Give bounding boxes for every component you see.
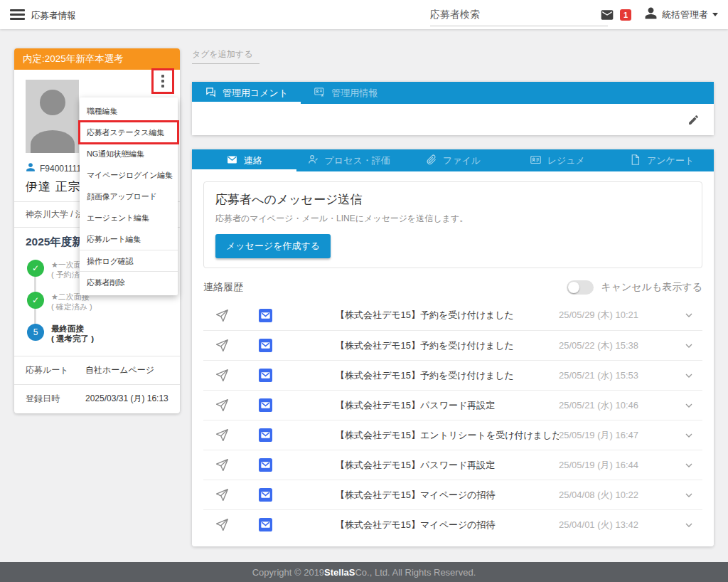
expand-chevron-icon[interactable] (678, 400, 700, 411)
menu-item-ng-notice-edit[interactable]: NG通知状態編集 (80, 143, 178, 164)
tab-admin-comment[interactable]: 管理用コメント (192, 82, 301, 104)
message-subject: 【株式会社デモ15】マイページの招待 (336, 489, 559, 502)
expand-chevron-icon[interactable] (678, 309, 700, 321)
history-row[interactable]: 【株式会社デモ15】マイページの招待 25/04/01 (火) 13:42 (203, 509, 702, 539)
send-message-title: 応募者へのメッセージ送信 (215, 191, 690, 208)
history-row[interactable]: 【株式会社デモ15】パスワード再設定 25/05/21 (水) 10:46 (203, 390, 702, 420)
tab-survey[interactable]: アンケート (609, 149, 714, 171)
copyright-text: Copyright © 2019 (252, 567, 324, 578)
paperclip-icon (425, 154, 437, 168)
check-icon: ✓ (27, 260, 44, 277)
mail-blue-icon (259, 309, 273, 322)
copyright-text: Co., Ltd. All Rights Reserved. (355, 567, 476, 578)
applicant-id: F94001111 (40, 164, 81, 174)
send-icon (215, 487, 230, 502)
history-row[interactable]: 【株式会社デモ15】予約を受け付けました 25/05/21 (水) 15:53 (203, 360, 702, 390)
divider (14, 384, 180, 385)
menu-item-route-edit[interactable]: 応募ルート編集 (80, 228, 178, 250)
search-input[interactable] (430, 6, 608, 26)
menu-item-status-edit[interactable]: 応募者ステータス編集 (80, 122, 178, 143)
history-list: 【株式会社デモ15】予約を受け付けました 25/05/29 (木) 10:21 … (203, 300, 702, 539)
create-message-button[interactable]: メッセージを作成する (215, 234, 331, 258)
mail-blue-icon (259, 428, 273, 442)
hamburger-menu-icon[interactable] (10, 9, 25, 20)
chevron-down-icon (712, 13, 718, 16)
person-icon (26, 162, 36, 175)
tab-contact[interactable]: 連絡 (192, 149, 296, 171)
avatar (26, 80, 79, 153)
add-tag-input[interactable] (192, 48, 259, 64)
expand-chevron-icon[interactable] (678, 460, 700, 471)
document-icon (629, 154, 641, 168)
user-name: 統括管理者 (662, 9, 708, 21)
tab-resume[interactable]: レジュメ (505, 149, 609, 171)
footer: Copyright © 2019 StellaS Co., Ltd. All R… (0, 562, 728, 582)
step-number-badge: 5 (27, 324, 44, 341)
message-subject: 【株式会社デモ15】パスワード再設定 (336, 459, 559, 472)
person-pen-icon (307, 154, 319, 168)
expand-chevron-icon[interactable] (678, 340, 700, 351)
message-datetime: 25/05/29 (木) 10:21 (559, 309, 678, 322)
message-subject: 【株式会社デモ15】パスワード再設定 (336, 399, 559, 412)
expand-chevron-icon[interactable] (678, 490, 700, 501)
detail-row-route: 応募ルート 自社ホームページ (26, 363, 168, 378)
tab-label: レジュメ (547, 154, 585, 167)
status-banner: 内定:2025年新卒本選考 (14, 48, 180, 70)
mail-blue-icon (259, 339, 273, 352)
tab-label: 連絡 (244, 154, 262, 167)
edit-pencil-icon[interactable] (687, 114, 700, 126)
message-datetime: 25/05/19 (月) 16:47 (559, 429, 678, 442)
envelope-icon (226, 154, 238, 168)
menu-item-mypage-login-edit[interactable]: マイページログイン編集 (80, 164, 178, 186)
main-panel: 連絡 プロセス・評価 ファイル レジュメ アンケート (192, 149, 714, 546)
divider (14, 356, 180, 356)
menu-item-delete-applicant[interactable]: 応募者削除 (80, 271, 178, 292)
timeline-step-3: 5 最終面接 ( 選考完了 ) (27, 324, 168, 344)
history-row[interactable]: 【株式会社デモ15】予約を受け付けました 25/05/22 (木) 15:38 (203, 330, 702, 360)
message-datetime: 25/05/22 (木) 15:38 (559, 339, 678, 352)
tab-process-evaluation[interactable]: プロセス・評価 (296, 149, 401, 171)
message-subject: 【株式会社デモ15】エントリシートを受け付けました (336, 429, 559, 442)
menu-item-agent-edit[interactable]: エージェント編集 (80, 207, 178, 228)
mail-blue-icon (259, 518, 273, 531)
message-subject: 【株式会社デモ15】予約を受け付けました (336, 339, 559, 352)
detail-value: 自社ホームページ (85, 364, 154, 376)
menu-item-operation-log[interactable]: 操作ログ確認 (80, 250, 178, 271)
message-subject: 【株式会社デモ15】予約を受け付けました (336, 309, 559, 322)
timeline-step-label: 最終面接 (51, 324, 94, 334)
tab-admin-info[interactable]: 管理用情報 (301, 82, 390, 104)
tab-file[interactable]: ファイル (401, 149, 505, 171)
history-row[interactable]: 【株式会社デモ15】予約を受け付けました 25/05/29 (木) 10:21 (203, 300, 702, 330)
kebab-menu-button[interactable] (155, 72, 171, 90)
send-icon (215, 457, 230, 472)
chat-bubbles-icon (205, 86, 217, 100)
message-datetime: 25/05/21 (水) 15:53 (559, 369, 678, 382)
show-cancelled-toggle[interactable] (567, 280, 594, 295)
timeline-step-status: ( 選考完了 ) (51, 334, 94, 344)
message-subject: 【株式会社デモ15】マイページの招待 (336, 519, 559, 531)
expand-chevron-icon[interactable] (678, 519, 700, 531)
expand-chevron-icon[interactable] (678, 430, 700, 441)
applicant-actions-menu: 職種編集 応募者ステータス編集 NG通知状態編集 マイページログイン編集 顔画像… (80, 97, 178, 295)
detail-value: 2025/03/31 (月) 16:13 (85, 393, 168, 405)
mail-blue-icon (259, 488, 273, 502)
brand-name: StellaS (324, 567, 355, 578)
mail-icon[interactable] (600, 8, 614, 22)
user-menu[interactable]: 統括管理者 (644, 6, 718, 23)
history-row[interactable]: 【株式会社デモ15】マイページの招待 25/04/08 (火) 10:22 (203, 480, 702, 509)
expand-chevron-icon[interactable] (678, 370, 700, 381)
message-subject: 【株式会社デモ15】予約を受け付けました (336, 369, 559, 382)
history-row[interactable]: 【株式会社デモ15】パスワード再設定 25/05/19 (月) 16:44 (203, 450, 702, 480)
id-card-icon (530, 154, 542, 168)
menu-item-face-image-upload[interactable]: 顔画像アップロード (80, 186, 178, 207)
page-title: 応募者情報 (31, 10, 76, 22)
detail-label: 登録日時 (26, 393, 85, 405)
tab-label: 管理用コメント (223, 87, 288, 100)
history-row[interactable]: 【株式会社デモ15】エントリシートを受け付けました 25/05/19 (月) 1… (203, 420, 702, 450)
menu-item-job-edit[interactable]: 職種編集 (80, 100, 178, 122)
check-icon: ✓ (27, 292, 44, 309)
detail-label: 応募ルート (26, 364, 85, 376)
send-icon (215, 338, 230, 353)
tab-label: ファイル (443, 154, 481, 167)
user-icon (644, 6, 658, 23)
